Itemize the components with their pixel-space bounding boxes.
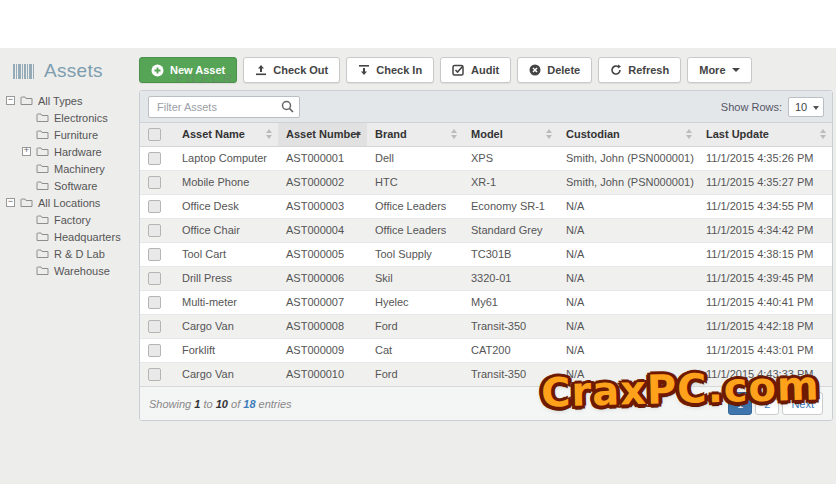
expand-icon[interactable] <box>22 147 31 156</box>
check-in-label: Check In <box>376 64 422 76</box>
show-rows-select[interactable]: 10 <box>788 97 824 117</box>
column-header-model[interactable]: Model <box>463 123 558 146</box>
cell-model: 3320-01 <box>463 266 558 290</box>
cell-model: Transit-350 <box>463 362 558 386</box>
tree-item-headquarters[interactable]: Headquarters <box>0 228 137 245</box>
table-row[interactable]: Mobile Phone AST000002 HTC XR-1 Smith, J… <box>140 170 832 194</box>
select-all-checkbox[interactable] <box>148 128 161 141</box>
checkbox-cell <box>140 290 174 314</box>
cell-brand: Office Leaders <box>367 194 463 218</box>
cell-model: XR-1 <box>463 170 558 194</box>
new-asset-label: New Asset <box>170 64 225 76</box>
row-checkbox[interactable] <box>148 152 161 165</box>
folder-icon <box>36 180 49 191</box>
table-row[interactable]: Cargo Van AST000010 Ford Transit-350 N/A… <box>140 362 832 386</box>
tree-item-factory[interactable]: Factory <box>0 211 137 228</box>
table-row[interactable]: Drill Press AST000006 Skil 3320-01 N/A 1… <box>140 266 832 290</box>
cell-asset-name: Multi-meter <box>174 290 278 314</box>
row-checkbox[interactable] <box>148 176 161 189</box>
pagination: 1 2 Next <box>728 392 823 415</box>
search-icon[interactable] <box>281 100 294 113</box>
chevron-down-icon <box>732 68 740 72</box>
tree-item-all-locations[interactable]: All Locations <box>0 194 137 211</box>
collapse-icon[interactable] <box>6 96 15 105</box>
next-page-button[interactable]: Next <box>782 392 823 415</box>
table-row[interactable]: Cargo Van AST000008 Ford Transit-350 N/A… <box>140 314 832 338</box>
check-out-label: Check Out <box>273 64 328 76</box>
row-checkbox[interactable] <box>148 224 161 237</box>
cell-last-update: 11/1/2015 4:34:55 PM <box>698 194 832 218</box>
table-footer: Showing 1 to 10 of 18 entries 1 2 Next <box>140 386 832 420</box>
audit-button[interactable]: Audit <box>440 57 511 83</box>
page-2-button[interactable]: 2 <box>755 392 779 415</box>
table-row[interactable]: Forklift AST000009 Cat CAT200 N/A 11/1/2… <box>140 338 832 362</box>
checkbox-cell <box>140 146 174 170</box>
folder-icon <box>36 231 49 242</box>
cell-brand: Office Leaders <box>367 218 463 242</box>
tree-item-software[interactable]: Software <box>0 177 137 194</box>
folder-icon <box>36 112 49 123</box>
cell-custodian: N/A <box>558 218 698 242</box>
row-checkbox[interactable] <box>148 320 161 333</box>
more-button[interactable]: More <box>687 57 751 83</box>
tree-item-machinery[interactable]: Machinery <box>0 160 137 177</box>
row-checkbox[interactable] <box>148 368 161 381</box>
toolbar: New Asset Check Out Check In Audit Delet… <box>139 57 752 83</box>
cell-brand: Tool Supply <box>367 242 463 266</box>
sort-icon <box>266 129 273 139</box>
column-header-asset-name[interactable]: Asset Name <box>174 123 278 146</box>
tree-item-label: All Locations <box>38 197 100 209</box>
filter-assets-input[interactable] <box>148 96 300 118</box>
checkbox-cell <box>140 242 174 266</box>
folder-icon <box>36 163 49 174</box>
tree-item-rd-lab[interactable]: R & D Lab <box>0 245 137 262</box>
cell-last-update: 11/1/2015 4:43:33 PM <box>698 362 832 386</box>
row-checkbox[interactable] <box>148 200 161 213</box>
check-in-button[interactable]: Check In <box>346 57 434 83</box>
page-1-button[interactable]: 1 <box>728 392 752 415</box>
tree-item-label: Electronics <box>54 112 108 124</box>
cell-asset-number: AST000001 <box>278 146 367 170</box>
show-rows-value: 10 <box>795 101 807 113</box>
check-out-button[interactable]: Check Out <box>243 57 340 83</box>
row-checkbox[interactable] <box>148 296 161 309</box>
tree-item-furniture[interactable]: Furniture <box>0 126 137 143</box>
tree-item-electronics[interactable]: Electronics <box>0 109 137 126</box>
new-asset-button[interactable]: New Asset <box>139 57 237 83</box>
tree-item-hardware[interactable]: Hardware <box>0 143 137 160</box>
cell-custodian: Smith, John (PSN000001) <box>558 170 698 194</box>
showing-label: Showing <box>149 398 191 410</box>
table-row[interactable]: Multi-meter AST000007 Hyelec My61 N/A 11… <box>140 290 832 314</box>
showing-total: 18 <box>243 398 255 410</box>
cell-model: XPS <box>463 146 558 170</box>
tree-item-label: Warehouse <box>54 265 110 277</box>
cell-last-update: 11/1/2015 4:38:15 PM <box>698 242 832 266</box>
audit-label: Audit <box>471 64 499 76</box>
column-header-custodian[interactable]: Custodian <box>558 123 698 146</box>
folder-icon <box>20 95 33 106</box>
row-checkbox[interactable] <box>148 344 161 357</box>
barcode-icon <box>13 64 37 79</box>
table-row[interactable]: Laptop Computer AST000001 Dell XPS Smith… <box>140 146 832 170</box>
table-row[interactable]: Tool Cart AST000005 Tool Supply TC301B N… <box>140 242 832 266</box>
table-row[interactable]: Office Chair AST000004 Office Leaders St… <box>140 218 832 242</box>
tree-item-label: R & D Lab <box>54 248 105 260</box>
sort-asc-icon <box>355 131 362 141</box>
tree-item-all-types[interactable]: All Types <box>0 92 137 109</box>
cell-custodian: N/A <box>558 242 698 266</box>
assets-table: Asset Name Asset Number Brand Model Cust… <box>140 123 832 386</box>
show-rows-control: Show Rows: 10 <box>721 97 824 117</box>
collapse-icon[interactable] <box>6 198 15 207</box>
column-header-last-update[interactable]: Last Update <box>698 123 832 146</box>
row-checkbox[interactable] <box>148 272 161 285</box>
cell-custodian: N/A <box>558 290 698 314</box>
delete-button[interactable]: Delete <box>517 57 592 83</box>
table-row[interactable]: Office Desk AST000003 Office Leaders Eco… <box>140 194 832 218</box>
refresh-button[interactable]: Refresh <box>598 57 681 83</box>
row-checkbox[interactable] <box>148 248 161 261</box>
checkbox-cell <box>140 194 174 218</box>
column-header-asset-number[interactable]: Asset Number <box>278 123 367 146</box>
tree-item-warehouse[interactable]: Warehouse <box>0 262 137 279</box>
column-header-brand[interactable]: Brand <box>367 123 463 146</box>
cell-asset-name: Tool Cart <box>174 242 278 266</box>
